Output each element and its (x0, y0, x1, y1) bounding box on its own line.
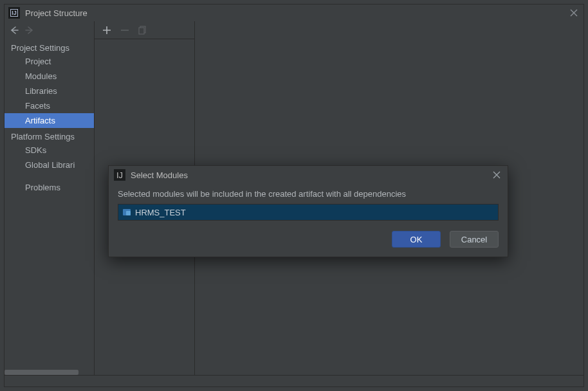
sidebar-item-global-libraries[interactable]: Global Librari (5, 158, 94, 172)
sidebar-group-project-settings: Project Settings (5, 39, 94, 54)
button-label: OK (410, 235, 423, 244)
sidebar-item-sdks[interactable]: SDKs (5, 143, 94, 158)
sidebar-item-label: Global Librari (25, 160, 75, 170)
sidebar-item-problems[interactable]: Problems (5, 180, 94, 195)
sidebar-item-label: Artifacts (25, 116, 55, 125)
window-title: Project Structure (25, 8, 568, 18)
app-icon: IJ (114, 169, 125, 181)
sidebar-item-label: Libraries (25, 86, 57, 96)
sidebar-item-modules[interactable]: Modules (5, 69, 94, 84)
sidebar-group-platform-settings: Platform Settings (5, 128, 94, 143)
svg-rect-1 (139, 28, 144, 34)
sidebar-item-facets[interactable]: Facets (5, 98, 94, 113)
sidebar-item-label: Modules (25, 71, 57, 81)
module-list-item[interactable]: HRMS_TEST (118, 205, 498, 220)
close-icon[interactable] (491, 169, 502, 181)
add-icon[interactable] (102, 26, 111, 35)
dialog-titlebar: IJ Select Modules (109, 166, 508, 184)
sidebar-item-project[interactable]: Project (5, 54, 94, 69)
module-name: HRMS_TEST (135, 208, 186, 217)
sidebar-item-label: Problems (25, 183, 60, 192)
dialog-title: Select Modules (131, 170, 491, 180)
sidebar-item-artifacts[interactable]: Artifacts (5, 113, 94, 128)
forward-icon (25, 26, 34, 34)
dialog-buttons: OK Cancel (118, 231, 499, 248)
module-icon (122, 208, 131, 217)
sidebar-item-label: Project (25, 57, 51, 66)
sidebar-scrollbar[interactable] (5, 370, 94, 375)
select-modules-dialog: IJ Select Modules Selected modules will … (108, 165, 508, 257)
copy-icon (138, 26, 147, 35)
sidebar: Project Settings Project Modules Librari… (5, 21, 95, 375)
scrollbar-thumb[interactable] (5, 370, 78, 375)
dialog-body: Selected modules will be included in the… (109, 184, 508, 257)
sidebar-nav (5, 21, 94, 39)
back-icon[interactable] (10, 26, 19, 34)
status-bar (5, 375, 583, 386)
close-icon[interactable] (568, 7, 580, 19)
remove-icon (120, 26, 129, 35)
dialog-instruction: Selected modules will be included in the… (118, 189, 499, 199)
app-icon: IJ (8, 7, 20, 19)
artifact-toolbar (95, 21, 194, 39)
app-icon-glyph: IJ (116, 170, 123, 180)
sidebar-item-libraries[interactable]: Libraries (5, 84, 94, 98)
module-list: HRMS_TEST (118, 204, 499, 221)
titlebar: IJ Project Structure (5, 5, 583, 21)
sidebar-item-label: Facets (25, 101, 50, 111)
svg-rect-3 (126, 211, 131, 215)
ok-button[interactable]: OK (392, 231, 441, 248)
sidebar-item-label: SDKs (25, 145, 46, 155)
button-label: Cancel (461, 235, 487, 244)
cancel-button[interactable]: Cancel (450, 231, 499, 248)
app-icon-glyph: IJ (10, 9, 18, 17)
